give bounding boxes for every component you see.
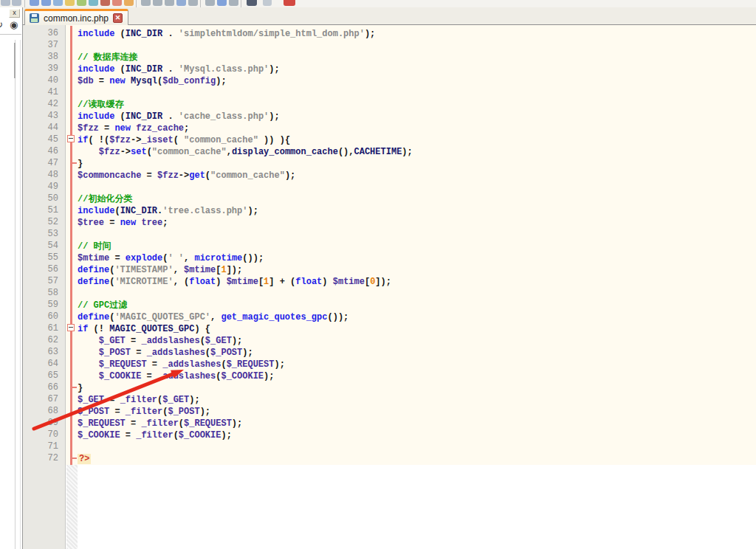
- code-token: define: [78, 312, 109, 322]
- code-token: (: [147, 147, 152, 157]
- fold-collapse-icon[interactable]: [67, 135, 75, 142]
- code-line-56[interactable]: define('TIMESTAMP', $mtime[1]);: [78, 264, 756, 276]
- code-line-67[interactable]: $_GET = _filter($_GET);: [78, 394, 756, 406]
- code-line-69[interactable]: $_REQUEST = _filter($_REQUEST);: [78, 418, 756, 429]
- open-file-icon[interactable]: [12, 0, 21, 6]
- code-line-44[interactable]: $fzz = new fzz_cache;: [78, 122, 756, 134]
- code-token: define: [78, 277, 109, 287]
- code-line-72[interactable]: ?>: [78, 453, 756, 465]
- code-token: $tree: [78, 218, 104, 228]
- show-all-chars-icon[interactable]: [217, 0, 227, 6]
- code-line-47[interactable]: }: [78, 158, 756, 170]
- copy-icon[interactable]: [100, 0, 110, 6]
- code-token: $fzz: [78, 123, 99, 134]
- replace-icon[interactable]: [165, 0, 174, 6]
- refresh-icon[interactable]: ↻: [0, 19, 3, 30]
- save-icon[interactable]: [30, 0, 39, 6]
- code-line-59[interactable]: // GPC过滤: [78, 300, 756, 311]
- code-line-61[interactable]: if (! MAGIC_QUOTES_GPC) {: [78, 323, 756, 335]
- code-line-57[interactable]: define('MICROTIME', (float) $mtime[1] + …: [78, 276, 756, 288]
- code-line-49[interactable]: [78, 182, 756, 193]
- code-token: INC_DIR: [126, 29, 162, 39]
- code-token: "common_cache": [184, 135, 258, 145]
- macro-record-icon[interactable]: [284, 0, 295, 6]
- code-line-68[interactable]: $_POST = _filter($_POST);: [78, 406, 756, 418]
- zoom-in-icon[interactable]: [176, 0, 186, 6]
- code-line-46[interactable]: $fzz->set("common_cache",display_common_…: [78, 146, 756, 158]
- code-line-42[interactable]: //读取缓存: [78, 99, 756, 111]
- close-all-icon[interactable]: [65, 0, 75, 6]
- panel-scrollbar-track[interactable]: [15, 40, 16, 549]
- line-number: 47: [29, 157, 58, 169]
- code-line-38[interactable]: // 数据库连接: [78, 52, 756, 63]
- code-line-50[interactable]: //初始化分类: [78, 193, 756, 205]
- code-token: $_POST: [168, 407, 199, 417]
- code-token: .: [162, 64, 179, 75]
- code-line-62[interactable]: $_GET = _addslashes($_GET);: [78, 335, 756, 347]
- code-token: 'cache_class.php': [179, 111, 269, 122]
- locate-file-icon[interactable]: ◉: [10, 19, 18, 30]
- indent-guide-icon[interactable]: [229, 0, 238, 6]
- code-token: (: [221, 359, 226, 370]
- zoom-out-icon[interactable]: [188, 0, 198, 6]
- new-file-icon[interactable]: [1, 0, 10, 6]
- code-token: (: [179, 418, 184, 429]
- code-line-45[interactable]: if( !($fzz->_isset( "common_cache" )) ){: [78, 134, 756, 146]
- doc-map-icon[interactable]: [247, 0, 257, 6]
- line-number: 49: [29, 181, 58, 193]
- code-line-53[interactable]: [78, 229, 756, 241]
- code-line-60[interactable]: define('MAGIC_QUOTES_GPC', get_magic_quo…: [78, 311, 756, 323]
- code-token: $_COOKIE: [221, 371, 264, 381]
- code-token: get_magic_quotes_gpc: [221, 312, 327, 322]
- code-line-66[interactable]: }: [78, 382, 756, 394]
- code-token: ( !(: [88, 135, 109, 145]
- find-icon[interactable]: [153, 0, 162, 6]
- function-list-icon[interactable]: [263, 0, 272, 6]
- code-line-40[interactable]: $db = new Mysql($db_config);: [78, 75, 756, 87]
- code-text-area[interactable]: include (INC_DIR . 'simplehtmldom/simple…: [78, 26, 756, 465]
- code-line-41[interactable]: [78, 87, 756, 99]
- code-line-48[interactable]: $commoncache = $fzz->get("common_cache")…: [78, 170, 756, 182]
- print-icon[interactable]: [77, 0, 86, 6]
- redo-icon[interactable]: [141, 0, 151, 6]
- code-line-52[interactable]: $tree = new tree;: [78, 217, 756, 229]
- code-line-54[interactable]: // 时间: [78, 241, 756, 252]
- code-token: [78, 336, 99, 346]
- panel-close-button[interactable]: x: [9, 9, 20, 18]
- code-line-63[interactable]: $_POST = _addslashes($_POST);: [78, 347, 756, 359]
- code-line-58[interactable]: [78, 288, 756, 300]
- panel-scrollbar-thumb[interactable]: [14, 43, 16, 78]
- code-token: [78, 147, 99, 157]
- code-line-70[interactable]: $_COOKIE = _filter($_COOKIE);: [78, 429, 756, 441]
- line-number: 61: [29, 322, 58, 334]
- code-line-71[interactable]: [78, 441, 756, 453]
- code-token: get: [189, 170, 205, 181]
- code-line-65[interactable]: $_COOKIE = _addslashes($_COOKIE);: [78, 370, 756, 382]
- code-line-39[interactable]: include (INC_DIR . 'Mysql.class.php');: [78, 63, 756, 75]
- tab-close-icon[interactable]: ✕: [113, 13, 123, 23]
- toolbar-separator: [200, 0, 201, 7]
- code-line-64[interactable]: $_REQUEST = _addslashes($_REQUEST);: [78, 359, 756, 370]
- code-token: );: [216, 76, 226, 86]
- code-token: (: [173, 135, 184, 145]
- code-token: =: [126, 418, 142, 429]
- code-token: _addslashes: [162, 359, 221, 370]
- code-line-36[interactable]: include (INC_DIR . 'simplehtmldom/simple…: [78, 28, 756, 40]
- code-line-37[interactable]: [78, 40, 756, 52]
- fold-collapse-icon[interactable]: [67, 324, 75, 331]
- code-line-51[interactable]: include(INC_DIR.'tree.class.php');: [78, 205, 756, 217]
- code-token: [78, 371, 99, 381]
- close-icon[interactable]: [53, 0, 63, 6]
- line-number: 58: [29, 287, 58, 299]
- save-all-icon[interactable]: [41, 0, 51, 6]
- tab-common-inc-php[interactable]: common.inc.php ✕: [24, 9, 128, 25]
- paste-icon[interactable]: [112, 0, 122, 6]
- code-line-55[interactable]: $mtime = explode(' ', microtime());: [78, 252, 756, 264]
- cut-icon[interactable]: [89, 0, 98, 6]
- code-editor[interactable]: 3637383940414243444546474849505152535455…: [23, 25, 756, 549]
- word-wrap-icon[interactable]: [205, 0, 215, 6]
- code-token: (: [173, 430, 179, 441]
- code-line-43[interactable]: include (INC_DIR . 'cache_class.php');: [78, 111, 756, 122]
- code-token: set: [131, 147, 147, 157]
- undo-icon[interactable]: [124, 0, 134, 6]
